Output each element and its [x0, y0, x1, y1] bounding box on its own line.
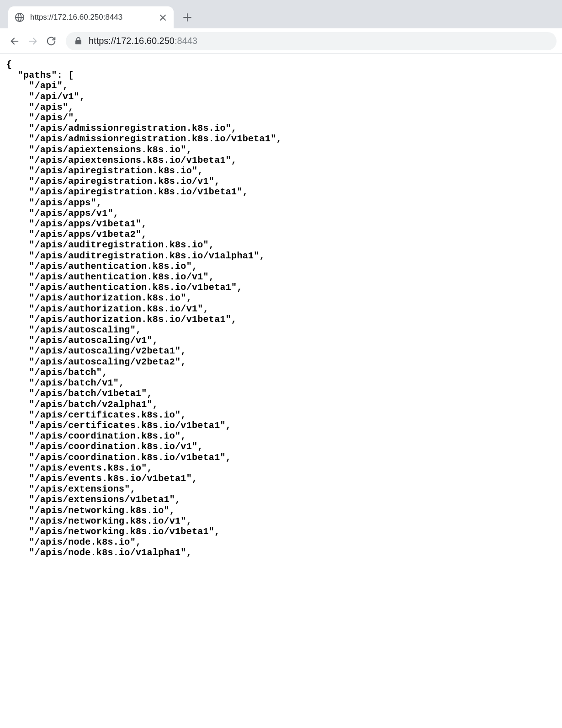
reload-button[interactable]: [42, 32, 60, 50]
url-text: https://172.16.60.250:8443: [89, 36, 197, 46]
browser-tab[interactable]: https://172.16.60.250:8443: [8, 6, 174, 28]
close-icon[interactable]: [158, 13, 167, 22]
back-button[interactable]: [5, 32, 24, 50]
globe-icon: [15, 12, 25, 22]
svg-rect-7: [75, 40, 81, 44]
browser-toolbar: https://172.16.60.250:8443: [0, 28, 562, 54]
forward-button[interactable]: [24, 32, 42, 50]
address-bar[interactable]: https://172.16.60.250:8443: [66, 32, 557, 50]
tab-strip: https://172.16.60.250:8443: [0, 0, 562, 28]
tab-title: https://172.16.60.250:8443: [30, 13, 158, 22]
json-body: { "paths": [ "/api", "/api/v1", "/apis",…: [0, 54, 562, 564]
new-tab-button[interactable]: [179, 9, 196, 26]
lock-icon: [74, 37, 82, 45]
url-host: https://172.16.60.250: [89, 36, 175, 46]
url-port: :8443: [175, 36, 197, 46]
